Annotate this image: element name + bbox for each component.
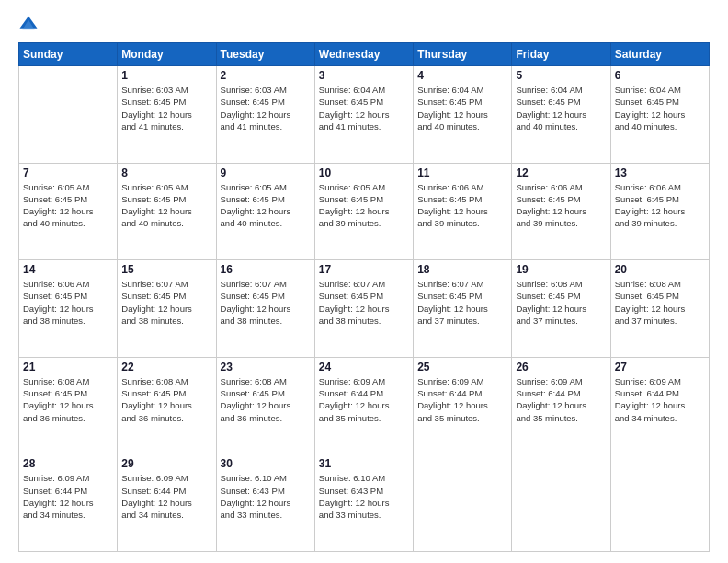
calendar-cell: [512, 454, 610, 552]
day-number: 7: [23, 167, 113, 179]
calendar-cell: 1Sunrise: 6:03 AMSunset: 6:45 PMDaylight…: [118, 66, 216, 164]
day-header-friday: Friday: [512, 43, 610, 66]
day-header-thursday: Thursday: [414, 43, 512, 66]
day-header-sunday: Sunday: [19, 43, 118, 66]
day-info: Sunrise: 6:05 AMSunset: 6:45 PMDaylight:…: [221, 181, 311, 230]
day-number: 13: [615, 167, 705, 179]
calendar-cell: 18Sunrise: 6:07 AMSunset: 6:45 PMDayligh…: [414, 260, 512, 358]
day-number: 17: [319, 263, 409, 276]
day-number: 22: [121, 361, 211, 373]
day-info: Sunrise: 6:06 AMSunset: 6:45 PMDaylight:…: [615, 181, 705, 230]
day-info: Sunrise: 6:06 AMSunset: 6:45 PMDaylight:…: [417, 181, 507, 230]
week-row-4: 21Sunrise: 6:08 AMSunset: 6:45 PMDayligh…: [19, 357, 710, 454]
calendar-cell: 15Sunrise: 6:07 AMSunset: 6:45 PMDayligh…: [118, 260, 216, 358]
day-number: 28: [23, 457, 113, 470]
page: SundayMondayTuesdayWednesdayThursdayFrid…: [0, 0, 728, 563]
calendar-cell: 12Sunrise: 6:06 AMSunset: 6:45 PMDayligh…: [512, 163, 610, 260]
calendar-cell: 10Sunrise: 6:05 AMSunset: 6:45 PMDayligh…: [314, 163, 413, 260]
calendar-cell: 20Sunrise: 6:08 AMSunset: 6:45 PMDayligh…: [610, 260, 709, 358]
header: [18, 15, 710, 35]
calendar-cell: 23Sunrise: 6:08 AMSunset: 6:45 PMDayligh…: [216, 357, 314, 454]
day-info: Sunrise: 6:08 AMSunset: 6:45 PMDaylight:…: [516, 278, 606, 327]
day-info: Sunrise: 6:05 AMSunset: 6:45 PMDaylight:…: [319, 181, 409, 230]
calendar-cell: 9Sunrise: 6:05 AMSunset: 6:45 PMDaylight…: [216, 163, 314, 260]
calendar-cell: 22Sunrise: 6:08 AMSunset: 6:45 PMDayligh…: [118, 357, 216, 454]
calendar-cell: [19, 66, 118, 164]
day-info: Sunrise: 6:04 AMSunset: 6:45 PMDaylight:…: [417, 84, 507, 132]
day-header-tuesday: Tuesday: [216, 43, 314, 66]
calendar-cell: 3Sunrise: 6:04 AMSunset: 6:45 PMDaylight…: [314, 66, 413, 164]
calendar-cell: 11Sunrise: 6:06 AMSunset: 6:45 PMDayligh…: [414, 163, 512, 260]
day-number: 31: [319, 457, 409, 470]
day-info: Sunrise: 6:10 AMSunset: 6:43 PMDaylight:…: [221, 472, 311, 521]
calendar-cell: 29Sunrise: 6:09 AMSunset: 6:44 PMDayligh…: [118, 454, 216, 552]
day-info: Sunrise: 6:09 AMSunset: 6:44 PMDaylight:…: [417, 375, 507, 424]
day-number: 25: [417, 361, 507, 373]
day-info: Sunrise: 6:08 AMSunset: 6:45 PMDaylight:…: [121, 375, 211, 424]
day-info: Sunrise: 6:09 AMSunset: 6:44 PMDaylight:…: [516, 375, 606, 424]
day-number: 1: [121, 69, 211, 82]
logo-icon: [18, 15, 39, 35]
day-number: 2: [221, 69, 311, 82]
calendar-cell: 30Sunrise: 6:10 AMSunset: 6:43 PMDayligh…: [216, 454, 314, 552]
day-number: 18: [417, 263, 507, 276]
calendar-table: SundayMondayTuesdayWednesdayThursdayFrid…: [18, 42, 710, 552]
day-number: 21: [23, 361, 113, 373]
day-info: Sunrise: 6:05 AMSunset: 6:45 PMDaylight:…: [23, 181, 113, 230]
week-row-5: 28Sunrise: 6:09 AMSunset: 6:44 PMDayligh…: [19, 454, 710, 552]
day-info: Sunrise: 6:05 AMSunset: 6:45 PMDaylight:…: [121, 181, 211, 230]
calendar-cell: 6Sunrise: 6:04 AMSunset: 6:45 PMDaylight…: [610, 66, 709, 164]
day-number: 5: [516, 69, 606, 82]
day-info: Sunrise: 6:03 AMSunset: 6:45 PMDaylight:…: [221, 84, 311, 132]
day-number: 29: [121, 457, 211, 470]
day-header-wednesday: Wednesday: [314, 43, 413, 66]
calendar-cell: [414, 454, 512, 552]
day-number: 16: [221, 263, 311, 276]
day-number: 9: [221, 167, 311, 179]
day-number: 15: [121, 263, 211, 276]
calendar-cell: 17Sunrise: 6:07 AMSunset: 6:45 PMDayligh…: [314, 260, 413, 358]
calendar-cell: 5Sunrise: 6:04 AMSunset: 6:45 PMDaylight…: [512, 66, 610, 164]
calendar-cell: 16Sunrise: 6:07 AMSunset: 6:45 PMDayligh…: [216, 260, 314, 358]
day-number: 6: [615, 69, 705, 82]
day-info: Sunrise: 6:07 AMSunset: 6:45 PMDaylight:…: [417, 278, 507, 327]
day-info: Sunrise: 6:09 AMSunset: 6:44 PMDaylight:…: [319, 375, 409, 424]
calendar-cell: [610, 454, 709, 552]
day-header-saturday: Saturday: [610, 43, 709, 66]
calendar-cell: 21Sunrise: 6:08 AMSunset: 6:45 PMDayligh…: [19, 357, 118, 454]
week-row-2: 7Sunrise: 6:05 AMSunset: 6:45 PMDaylight…: [19, 163, 710, 260]
calendar-cell: 14Sunrise: 6:06 AMSunset: 6:45 PMDayligh…: [19, 260, 118, 358]
day-info: Sunrise: 6:04 AMSunset: 6:45 PMDaylight:…: [319, 84, 409, 132]
calendar-cell: 19Sunrise: 6:08 AMSunset: 6:45 PMDayligh…: [512, 260, 610, 358]
day-number: 19: [516, 263, 606, 276]
week-row-1: 1Sunrise: 6:03 AMSunset: 6:45 PMDaylight…: [19, 66, 710, 164]
calendar-cell: 27Sunrise: 6:09 AMSunset: 6:44 PMDayligh…: [610, 357, 709, 454]
week-row-3: 14Sunrise: 6:06 AMSunset: 6:45 PMDayligh…: [19, 260, 710, 358]
logo: [18, 15, 42, 35]
calendar-cell: 25Sunrise: 6:09 AMSunset: 6:44 PMDayligh…: [414, 357, 512, 454]
day-number: 20: [615, 263, 705, 276]
day-number: 8: [121, 167, 211, 179]
day-header-monday: Monday: [118, 43, 216, 66]
day-number: 12: [516, 167, 606, 179]
day-info: Sunrise: 6:07 AMSunset: 6:45 PMDaylight:…: [221, 278, 311, 327]
day-info: Sunrise: 6:09 AMSunset: 6:44 PMDaylight:…: [23, 472, 113, 521]
day-number: 26: [516, 361, 606, 373]
day-info: Sunrise: 6:08 AMSunset: 6:45 PMDaylight:…: [221, 375, 311, 424]
day-info: Sunrise: 6:07 AMSunset: 6:45 PMDaylight:…: [319, 278, 409, 327]
calendar-header-row: SundayMondayTuesdayWednesdayThursdayFrid…: [19, 43, 710, 66]
day-info: Sunrise: 6:08 AMSunset: 6:45 PMDaylight:…: [23, 375, 113, 424]
day-info: Sunrise: 6:09 AMSunset: 6:44 PMDaylight:…: [121, 472, 211, 521]
calendar-cell: 31Sunrise: 6:10 AMSunset: 6:43 PMDayligh…: [314, 454, 413, 552]
calendar-cell: 7Sunrise: 6:05 AMSunset: 6:45 PMDaylight…: [19, 163, 118, 260]
day-info: Sunrise: 6:08 AMSunset: 6:45 PMDaylight:…: [615, 278, 705, 327]
calendar-cell: 24Sunrise: 6:09 AMSunset: 6:44 PMDayligh…: [314, 357, 413, 454]
calendar-cell: 26Sunrise: 6:09 AMSunset: 6:44 PMDayligh…: [512, 357, 610, 454]
calendar-cell: 4Sunrise: 6:04 AMSunset: 6:45 PMDaylight…: [414, 66, 512, 164]
day-number: 30: [221, 457, 311, 470]
day-number: 4: [417, 69, 507, 82]
day-info: Sunrise: 6:09 AMSunset: 6:44 PMDaylight:…: [615, 375, 705, 424]
day-number: 14: [23, 263, 113, 276]
day-number: 24: [319, 361, 409, 373]
day-info: Sunrise: 6:07 AMSunset: 6:45 PMDaylight:…: [121, 278, 211, 327]
